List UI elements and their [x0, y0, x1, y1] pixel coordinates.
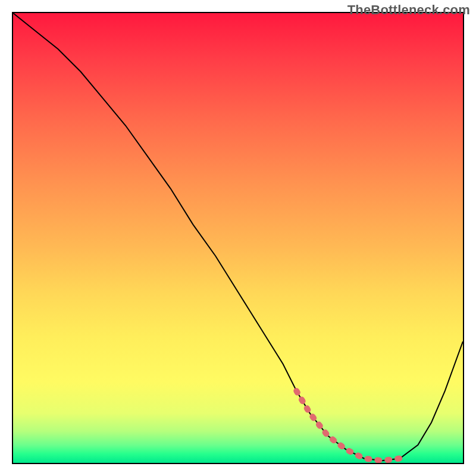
- curve-overlay: [13, 13, 463, 463]
- chart-container: TheBottleneck.com: [0, 0, 476, 476]
- watermark-text: TheBottleneck.com: [347, 2, 470, 18]
- optimal-range-highlight-path: [296, 391, 400, 461]
- bottleneck-curve-path: [13, 13, 463, 461]
- plot-area: [12, 12, 464, 464]
